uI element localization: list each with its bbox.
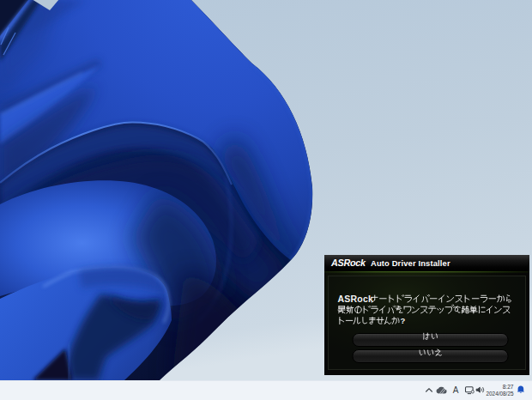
svg-text:8:27: 8:27 (503, 384, 514, 390)
svg-text:ASRock: ASRock (330, 258, 366, 268)
svg-text:?: ? (401, 316, 406, 325)
svg-text:Auto Driver Installer: Auto Driver Installer (371, 258, 450, 268)
svg-text:2024/08/25: 2024/08/25 (487, 391, 514, 397)
svg-text:ASRock: ASRock (338, 294, 373, 304)
svg-text:A: A (453, 385, 459, 395)
